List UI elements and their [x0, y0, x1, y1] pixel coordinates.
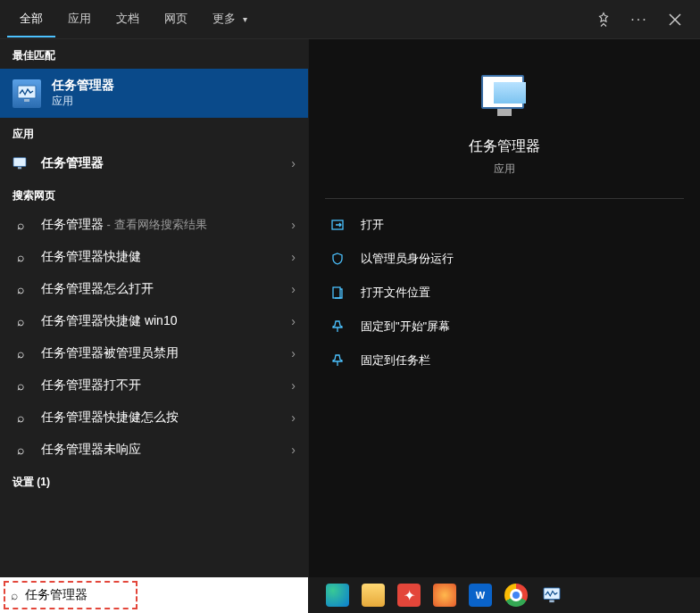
- more-options-icon[interactable]: ···: [621, 2, 657, 37]
- web-result-item[interactable]: ⌕ 任务管理器快捷健怎么按 ›: [0, 402, 308, 434]
- task-manager-icon: [12, 79, 41, 108]
- task-manager-taskbar-icon[interactable]: [540, 584, 563, 607]
- pin-icon: [330, 353, 346, 368]
- action-open-location-label: 打开文件位置: [361, 285, 430, 301]
- action-pin-start-label: 固定到"开始"屏幕: [361, 319, 450, 335]
- preview-subtitle: 应用: [494, 162, 515, 177]
- close-icon[interactable]: [657, 2, 693, 37]
- search-results-panel: 全部 应用 文档 网页 更多 ▾ ··· 最佳匹配 任务管理器 应用: [0, 0, 700, 578]
- web-result-label: 任务管理器 - 查看网络搜索结果: [41, 217, 279, 233]
- web-result-label: 任务管理器未响应: [41, 442, 279, 458]
- app-red-icon[interactable]: ✦: [397, 584, 421, 607]
- chevron-right-icon: ›: [291, 282, 296, 296]
- web-result-label: 任务管理器快捷健怎么按: [41, 410, 279, 426]
- best-match-item[interactable]: 任务管理器 应用: [0, 69, 308, 118]
- open-icon: [330, 218, 346, 232]
- web-result-label: 任务管理器打不开: [41, 377, 279, 393]
- action-pin-start[interactable]: 固定到"开始"屏幕: [325, 310, 684, 344]
- preview-title: 任务管理器: [469, 137, 540, 156]
- chevron-right-icon: ›: [291, 346, 296, 360]
- web-result-label: 任务管理器快捷健 win10: [41, 313, 279, 329]
- section-best-match: 最佳匹配: [0, 39, 308, 69]
- svg-rect-11: [549, 600, 554, 602]
- task-manager-small-icon: [12, 157, 29, 170]
- svg-rect-5: [18, 167, 21, 169]
- svg-rect-7: [333, 287, 340, 298]
- search-icon: ⌕: [12, 378, 29, 393]
- search-icon: ⌕: [12, 250, 29, 264]
- search-icon: ⌕: [12, 282, 29, 296]
- tab-more[interactable]: 更多 ▾: [200, 2, 260, 37]
- chevron-right-icon: ›: [291, 378, 296, 393]
- app-result-label: 任务管理器: [41, 155, 279, 171]
- section-settings: 设置 (1): [0, 466, 308, 495]
- action-run-admin-label: 以管理员身份运行: [361, 251, 454, 267]
- feedback-icon[interactable]: [586, 2, 621, 37]
- firefox-icon[interactable]: [433, 584, 456, 607]
- action-pin-taskbar-label: 固定到任务栏: [361, 352, 430, 369]
- taskbar-search-area: ⌕: [0, 577, 308, 613]
- pin-icon: [330, 319, 346, 334]
- tab-documents[interactable]: 文档: [104, 2, 152, 37]
- chrome-icon[interactable]: [504, 584, 528, 607]
- action-open-location[interactable]: 打开文件位置: [325, 276, 684, 310]
- best-match-subtitle: 应用: [52, 94, 114, 109]
- tab-apps[interactable]: 应用: [55, 2, 104, 37]
- chevron-right-icon: ›: [291, 410, 296, 425]
- shield-icon: [330, 252, 346, 266]
- tab-all[interactable]: 全部: [7, 2, 55, 37]
- web-result-item[interactable]: ⌕ 任务管理器快捷健 win10 ›: [0, 305, 308, 337]
- chevron-right-icon: ›: [291, 250, 296, 264]
- web-result-item[interactable]: ⌕ 任务管理器快捷健 ›: [0, 241, 308, 273]
- folder-icon: [330, 286, 346, 300]
- search-input[interactable]: [25, 588, 123, 602]
- scope-tabs: 全部 应用 文档 网页 更多 ▾ ···: [0, 0, 700, 39]
- web-result-label: 任务管理器快捷健: [41, 249, 279, 265]
- file-explorer-icon[interactable]: [362, 584, 385, 607]
- chevron-right-icon: ›: [291, 218, 296, 232]
- preview-pane: 任务管理器 应用 打开 以管理员身份运行 打开文件位置: [308, 39, 700, 578]
- chevron-right-icon: ›: [291, 156, 296, 170]
- web-result-item[interactable]: ⌕ 任务管理器未响应 ›: [0, 434, 308, 466]
- best-match-title: 任务管理器: [52, 78, 114, 94]
- web-result-label: 任务管理器怎么打开: [41, 281, 279, 297]
- taskbar-pinned-apps: ✦ W: [308, 584, 700, 607]
- preview-app-icon: [476, 75, 533, 121]
- results-list: 最佳匹配 任务管理器 应用 应用 任务管理器 › 搜索网页: [0, 39, 308, 578]
- chevron-right-icon: ›: [291, 443, 296, 457]
- search-box-highlight: ⌕: [4, 581, 138, 609]
- app-result-item[interactable]: 任务管理器 ›: [0, 147, 308, 179]
- edge-icon[interactable]: [326, 584, 349, 607]
- web-result-item[interactable]: ⌕ 任务管理器 - 查看网络搜索结果 ›: [0, 209, 308, 241]
- tab-web[interactable]: 网页: [152, 2, 200, 37]
- wps-icon[interactable]: W: [469, 584, 492, 607]
- web-result-item[interactable]: ⌕ 任务管理器被管理员禁用 ›: [0, 337, 308, 369]
- search-icon: ⌕: [12, 410, 29, 425]
- section-apps: 应用: [0, 118, 308, 147]
- search-icon: ⌕: [11, 588, 18, 602]
- action-open-label: 打开: [361, 217, 384, 233]
- section-search-web: 搜索网页: [0, 179, 308, 209]
- chevron-right-icon: ›: [291, 314, 296, 328]
- taskbar: ⌕ ✦ W: [0, 577, 700, 613]
- search-icon: ⌕: [12, 218, 29, 232]
- tab-more-label: 更多: [212, 12, 236, 25]
- chevron-down-icon: ▾: [243, 14, 247, 24]
- svg-rect-4: [13, 158, 26, 167]
- web-result-item[interactable]: ⌕ 任务管理器打不开 ›: [0, 369, 308, 402]
- search-icon: ⌕: [12, 346, 29, 360]
- search-icon: ⌕: [12, 443, 29, 457]
- web-result-label: 任务管理器被管理员禁用: [41, 345, 279, 361]
- search-icon: ⌕: [12, 314, 29, 328]
- svg-rect-3: [24, 99, 29, 102]
- action-open[interactable]: 打开: [325, 208, 684, 242]
- action-pin-taskbar[interactable]: 固定到任务栏: [325, 344, 684, 377]
- action-run-admin[interactable]: 以管理员身份运行: [325, 242, 684, 276]
- web-result-item[interactable]: ⌕ 任务管理器怎么打开 ›: [0, 273, 308, 305]
